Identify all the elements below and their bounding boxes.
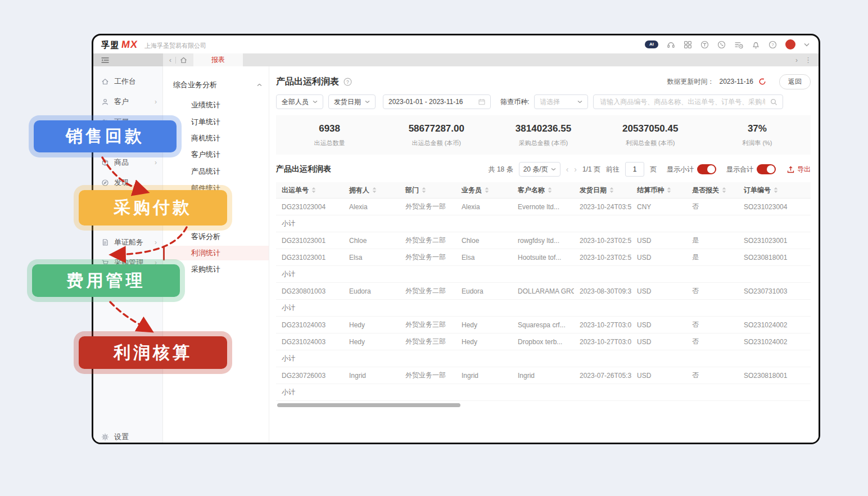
- submenu-item-0[interactable]: 业绩统计: [163, 98, 269, 112]
- ai-assistant-icon[interactable]: AI: [645, 40, 658, 48]
- table-row[interactable]: DG231023001Elsa外贸业务一部ElsaHootsuite tof..…: [276, 249, 811, 266]
- sort-icon: [548, 187, 552, 193]
- sidebar-item-5[interactable]: 单证船务›: [101, 236, 160, 249]
- show-subtotal-toggle[interactable]: [697, 164, 716, 174]
- tab-reports[interactable]: 报表: [193, 53, 243, 66]
- tab-more-icon[interactable]: ⋮: [804, 56, 812, 64]
- phone-icon[interactable]: [717, 40, 726, 49]
- date-type-select[interactable]: 发货日期: [328, 94, 376, 109]
- currency-select[interactable]: 请选择: [534, 94, 588, 109]
- submenu-group-header[interactable]: 综合业务分析: [173, 80, 262, 90]
- cell: 小计: [276, 303, 343, 313]
- column-header-2[interactable]: 部门: [400, 186, 456, 195]
- column-header-8[interactable]: 订单编号: [738, 186, 811, 195]
- collapse-caret-icon: [257, 83, 262, 87]
- column-header-1[interactable]: 拥有人: [343, 186, 400, 195]
- subtotal-row[interactable]: 小计: [276, 300, 811, 317]
- help-icon[interactable]: ?: [768, 40, 777, 49]
- cell: 否: [686, 337, 738, 346]
- submenu-item-4[interactable]: 产品统计: [163, 164, 269, 179]
- submenu-item-3[interactable]: 客户统计: [163, 147, 269, 162]
- horizontal-scrollbar-thumb[interactable]: [277, 403, 460, 407]
- sort-icon: [722, 187, 726, 193]
- cell: USD: [631, 372, 686, 380]
- submenu-item-2[interactable]: 商机统计: [163, 131, 269, 146]
- cell: Elsa: [343, 254, 400, 261]
- cell: DOLLARAMA GRO...: [512, 287, 574, 295]
- stat-0: 6938出运总数量: [276, 115, 383, 155]
- help-circle-icon[interactable]: ?: [343, 78, 352, 86]
- cell: 2023-10-23T02:51:...: [574, 237, 631, 245]
- column-header-6[interactable]: 结算币种: [631, 186, 686, 195]
- tab-back-icon[interactable]: ‹: [169, 56, 171, 64]
- table-row[interactable]: DG231023001Chloe外贸业务二部Chloerowgfdsy ltd.…: [276, 232, 811, 249]
- notification-bell-icon[interactable]: [752, 40, 760, 49]
- sidebar-item-0[interactable]: 工作台: [101, 75, 160, 88]
- column-header-3[interactable]: 业务员: [456, 186, 512, 195]
- subtotal-row[interactable]: 小计: [276, 215, 811, 232]
- cell: SO230818001: [738, 372, 811, 380]
- cell: 2023-08-30T09:38:...: [574, 287, 631, 295]
- apps-grid-icon[interactable]: [684, 40, 692, 49]
- cell: 外贸业务三部: [400, 337, 456, 346]
- date-range-picker[interactable]: 2023-01-01 - 2023-11-16: [383, 94, 491, 109]
- cell: Eudora: [343, 287, 400, 295]
- table-row[interactable]: DG230801003Eudora外贸业务二部EudoraDOLLARAMA G…: [276, 283, 811, 300]
- table-row[interactable]: DG231024003Hedy外贸业务三部HedySquarespa crf..…: [276, 317, 811, 333]
- show-total-toggle[interactable]: [757, 164, 776, 174]
- submenu-item-1[interactable]: 订单统计: [163, 115, 269, 129]
- people-filter-select[interactable]: 全部人员: [276, 94, 323, 109]
- export-button[interactable]: 导出: [787, 165, 811, 174]
- next-page-icon[interactable]: ›: [574, 165, 577, 174]
- column-header-4[interactable]: 客户名称: [512, 186, 574, 195]
- column-header-0[interactable]: 出运单号: [276, 186, 343, 195]
- page-size-select[interactable]: 20 条/页: [519, 162, 560, 177]
- chevron-down-icon[interactable]: [804, 43, 810, 47]
- cell: USD: [631, 287, 686, 295]
- translate-icon[interactable]: [700, 40, 709, 49]
- cell: DG230801003: [276, 287, 343, 295]
- goto-unit: 页: [650, 165, 657, 174]
- back-button[interactable]: 返回: [779, 74, 811, 89]
- cell: USD: [631, 338, 686, 346]
- cell: 否: [686, 202, 738, 211]
- prev-page-icon[interactable]: ‹: [566, 165, 569, 174]
- home-tab-icon[interactable]: [180, 57, 187, 64]
- chevron-right-icon: ›: [155, 159, 160, 166]
- headset-icon[interactable]: [667, 40, 675, 49]
- refresh-icon[interactable]: [758, 78, 766, 85]
- subtotal-row[interactable]: 小计: [276, 350, 811, 367]
- search-input[interactable]: [599, 97, 766, 106]
- table-row[interactable]: DG231024003Hedy外贸业务三部HedyDropbox terb...…: [276, 333, 811, 350]
- sidebar-item-3[interactable]: 商品›: [101, 156, 160, 169]
- submenu-item-7[interactable]: 利润统计: [163, 246, 269, 260]
- sidebar-item-1[interactable]: 客户›: [101, 96, 160, 108]
- goto-page-input[interactable]: [625, 162, 644, 177]
- cell: 是: [686, 236, 738, 245]
- sidebar-collapse-icon[interactable]: [101, 57, 110, 64]
- cell: 否: [686, 371, 738, 380]
- subtotal-row[interactable]: 小计: [276, 384, 811, 401]
- tab-strip: ‹ 报表 › ⋮: [93, 53, 819, 66]
- user-avatar[interactable]: [785, 39, 795, 49]
- sidebar-item-4[interactable]: 发现: [101, 177, 160, 189]
- summary-stats-bar: 6938出运总数量58677287.00出运总金额 (本币)38140236.5…: [276, 115, 811, 155]
- cell: SO230818001: [738, 254, 811, 261]
- search-icon[interactable]: [770, 98, 777, 106]
- chevron-right-icon: ›: [155, 238, 160, 246]
- subtotal-row[interactable]: 小计: [276, 266, 811, 283]
- column-header-7[interactable]: 是否报关: [686, 186, 738, 195]
- column-header-5[interactable]: 发货日期: [574, 186, 631, 195]
- tab-forward-icon[interactable]: ›: [795, 56, 798, 64]
- table-row[interactable]: DG230726003Ingrid外贸业务一部IngridIngrid2023-…: [276, 367, 811, 384]
- cell: SO230731003: [738, 287, 811, 295]
- calendar-icon: [478, 98, 485, 105]
- history-list-icon[interactable]: [734, 40, 743, 49]
- compass-icon: [101, 179, 109, 187]
- stat-3: 20537050.45利润总金额 (本币): [597, 115, 704, 155]
- table-row[interactable]: DG231023004Alexia外贸业务一部AlexiaEvernote lt…: [276, 199, 811, 215]
- cell: Ingrid: [343, 372, 400, 380]
- submenu-item-6[interactable]: 客诉分析: [163, 229, 269, 244]
- sidebar-item-settings[interactable]: 设置: [101, 431, 160, 443]
- cell: Chloe: [456, 237, 512, 245]
